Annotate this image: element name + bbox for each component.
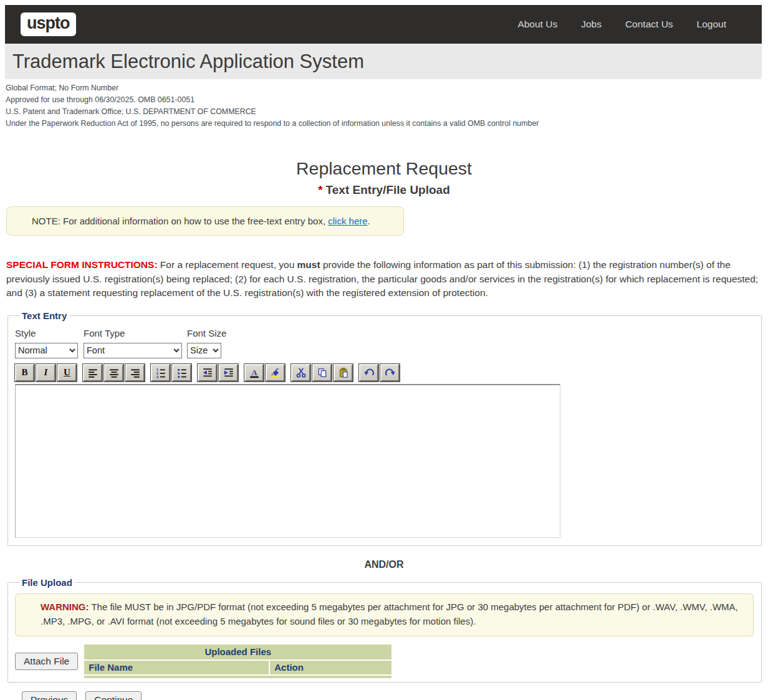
warning-text: The file MUST be in JPG/PDF format (not … <box>41 602 738 626</box>
file-upload-fieldset: File Upload WARNING: The file MUST be in… <box>7 577 762 683</box>
free-text-entry-area[interactable] <box>15 384 560 538</box>
header-bar: uspto About Us Jobs Contact Us Logout <box>5 5 762 44</box>
page-subtitle: *Text Entry/File Upload <box>0 183 768 197</box>
table-title-row: Uploaded Files <box>84 645 391 659</box>
toolbar-group-indent <box>198 364 238 381</box>
app-title: Trademark Electronic Application System <box>12 50 364 73</box>
previous-button[interactable]: Previous <box>22 691 77 700</box>
page-subtitle-text: Text Entry/File Upload <box>326 183 450 196</box>
svg-text:A: A <box>251 368 257 377</box>
action-column-header: Action <box>270 661 391 674</box>
uploaded-files-title: Uploaded Files <box>84 645 391 659</box>
form-info-line: Approved for use through 06/30/2025. OMB… <box>6 94 762 106</box>
nav-jobs[interactable]: Jobs <box>581 19 602 30</box>
bold-icon: B <box>21 368 27 377</box>
underline-button[interactable]: U <box>57 364 77 381</box>
toolbar-group-color: A <box>244 364 285 381</box>
required-asterisk: * <box>318 183 322 196</box>
form-info-line: U.S. Patent and Trademark Office; U.S. D… <box>6 106 762 118</box>
toolbar-group-format: B I U <box>15 364 77 381</box>
editor-toolbar: B I U 123 A <box>15 364 754 381</box>
uploaded-files-table: Uploaded Files File Name Action <box>83 643 393 679</box>
font-size-label: Font Size <box>187 328 754 338</box>
upload-row: Attach File Uploaded Files File Name Act… <box>15 643 754 679</box>
toolbar-group-clipboard <box>291 364 353 381</box>
cut-button[interactable] <box>291 364 310 381</box>
header-nav: About Us Jobs Contact Us Logout <box>517 19 762 30</box>
align-center-icon <box>108 367 120 378</box>
warning-label: WARNING: <box>41 602 89 612</box>
title-band: Trademark Electronic Application System <box>5 44 762 79</box>
paste-button[interactable] <box>334 364 353 381</box>
align-left-icon <box>87 367 98 378</box>
text-entry-legend: Text Entry <box>19 310 69 321</box>
style-select[interactable]: Normal <box>15 343 78 358</box>
note-text: NOTE: For additional information on how … <box>32 216 328 226</box>
align-right-button[interactable] <box>125 364 145 381</box>
underline-icon: U <box>64 368 70 377</box>
special-form-instructions: SPECIAL FORM INSTRUCTIONS: For a replace… <box>6 258 761 300</box>
table-bottom-strip <box>84 676 391 678</box>
instructions-must: must <box>297 259 320 270</box>
italic-icon: I <box>44 368 48 377</box>
svg-text:3: 3 <box>156 374 158 378</box>
align-center-button[interactable] <box>104 364 123 381</box>
page-title: Replacement Request <box>0 158 768 179</box>
top-margin <box>0 0 768 5</box>
continue-button[interactable]: Continue <box>85 691 142 700</box>
nav-about-us[interactable]: About Us <box>517 19 557 30</box>
note-box: NOTE: For additional information on how … <box>6 206 404 236</box>
align-left-button[interactable] <box>83 364 102 381</box>
align-right-icon <box>130 367 141 378</box>
form-info-line: Global Format; No Form Number <box>6 82 762 94</box>
highlight-icon <box>270 367 281 378</box>
font-color-icon: A <box>249 367 260 378</box>
font-type-select[interactable]: Font <box>84 343 182 358</box>
bulleted-list-button[interactable] <box>172 364 191 381</box>
indent-button[interactable] <box>219 364 238 381</box>
nav-contact-us[interactable]: Contact Us <box>625 19 673 30</box>
form-info: Global Format; No Form Number Approved f… <box>6 82 762 130</box>
italic-button[interactable]: I <box>36 364 55 381</box>
undo-button[interactable] <box>359 364 378 381</box>
font-size-select[interactable]: Size <box>187 343 221 358</box>
outdent-icon <box>202 367 213 378</box>
redo-icon <box>385 367 396 378</box>
copy-icon <box>317 367 328 378</box>
toolbar-group-history <box>359 364 400 381</box>
cut-icon <box>295 367 307 378</box>
text-entry-fieldset: Text Entry Style Font Type Font Size Nor… <box>7 310 762 546</box>
highlight-button[interactable] <box>266 364 285 381</box>
uspto-logo-text: uspto <box>27 14 70 32</box>
nav-logout[interactable]: Logout <box>697 19 726 30</box>
bold-button[interactable]: B <box>15 364 34 381</box>
toolbar-group-lists: 123 <box>151 364 191 381</box>
instructions-label: SPECIAL FORM INSTRUCTIONS: <box>6 259 158 270</box>
toolbar-group-align <box>83 364 145 381</box>
file-name-column-header: File Name <box>84 661 269 674</box>
editor-controls: Style Font Type Font Size Normal Font Si… <box>15 328 754 358</box>
uspto-logo[interactable]: uspto <box>21 12 76 36</box>
font-type-label: Font Type <box>84 328 187 338</box>
paste-icon <box>338 367 349 378</box>
warning-box: WARNING: The file MUST be in JPG/PDF for… <box>15 593 754 636</box>
attach-file-button[interactable]: Attach File <box>15 653 78 670</box>
indent-icon <box>223 367 234 378</box>
file-upload-legend: File Upload <box>19 577 75 588</box>
and-or-label: AND/OR <box>0 559 768 570</box>
numbered-list-button[interactable]: 123 <box>151 364 170 381</box>
outdent-button[interactable] <box>198 364 217 381</box>
instructions-text-1: For a replacement request, you <box>158 259 297 270</box>
undo-icon <box>363 367 375 378</box>
bulleted-list-icon <box>176 367 188 378</box>
redo-button[interactable] <box>380 364 400 381</box>
copy-button[interactable] <box>312 364 332 381</box>
click-here-link[interactable]: click here <box>328 216 367 226</box>
note-text-end: . <box>368 216 370 226</box>
style-label: Style <box>15 328 84 338</box>
form-info-line: Under the Paperwork Reduction Act of 199… <box>6 118 762 130</box>
numbered-list-icon: 123 <box>155 367 166 378</box>
footer-actions: Previous Continue <box>22 691 768 700</box>
font-color-button[interactable]: A <box>244 364 264 381</box>
table-header-row: File Name Action <box>84 661 391 674</box>
